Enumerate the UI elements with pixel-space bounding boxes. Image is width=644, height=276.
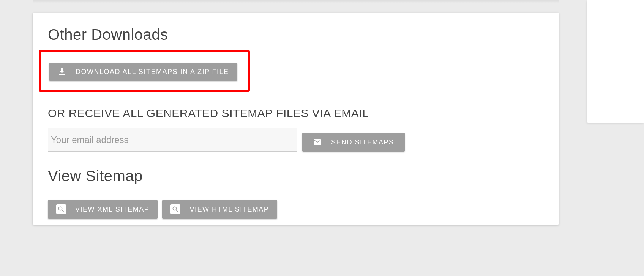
download-icon [57,67,66,76]
view-xml-button[interactable]: VIEW XML SITEMAP [48,200,158,219]
email-input[interactable] [48,128,297,152]
search-icon [56,204,66,214]
top-card-shadow [33,0,559,3]
download-zip-button[interactable]: DOWNLOAD ALL SITEMAPS IN A ZIP FILE [49,63,237,81]
search-icon [170,204,180,214]
mail-icon [313,138,322,147]
view-html-label: VIEW HTML SITEMAP [189,205,269,213]
view-sitemap-row: VIEW XML SITEMAP VIEW HTML SITEMAP [48,200,544,219]
download-zip-label: DOWNLOAD ALL SITEMAPS IN A ZIP FILE [76,68,229,76]
send-sitemaps-label: SEND SITEMAPS [331,138,394,146]
send-sitemaps-button[interactable]: SEND SITEMAPS [302,133,405,152]
email-row: SEND SITEMAPS [48,128,544,152]
view-sitemap-heading: View Sitemap [48,168,544,185]
other-downloads-card: Other Downloads DOWNLOAD ALL SITEMAPS IN… [33,13,559,225]
other-downloads-heading: Other Downloads [48,26,544,43]
download-zip-highlight: DOWNLOAD ALL SITEMAPS IN A ZIP FILE [39,50,250,92]
right-side-panel [587,0,644,123]
view-xml-label: VIEW XML SITEMAP [75,205,149,213]
email-subtitle: OR RECEIVE ALL GENERATED SITEMAP FILES V… [48,107,544,120]
view-html-button[interactable]: VIEW HTML SITEMAP [162,200,277,219]
